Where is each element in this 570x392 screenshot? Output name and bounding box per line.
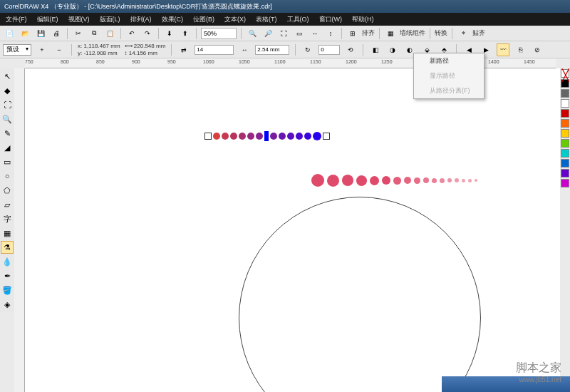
- zoom-level-input[interactable]: [201, 28, 237, 39]
- save-icon[interactable]: 💾: [34, 27, 47, 40]
- blend-angle-input[interactable]: [318, 45, 340, 55]
- no-fill-swatch[interactable]: ╳: [561, 69, 569, 78]
- menu-arrange[interactable]: 排列(A): [130, 15, 152, 24]
- circle-path[interactable]: [239, 197, 481, 392]
- interactive-blend-tool-icon[interactable]: ⚗: [1, 241, 14, 254]
- blend-midpoint-handle[interactable]: [264, 131, 269, 141]
- blend-spacing-input[interactable]: [255, 45, 289, 55]
- snap-icon[interactable]: ⊞: [346, 27, 359, 40]
- align-label[interactable]: 排齐: [362, 29, 375, 38]
- menu-tools[interactable]: 工具(O): [287, 15, 309, 24]
- menu-help[interactable]: 帮助(H): [352, 15, 374, 24]
- menu-view[interactable]: 视图(V): [68, 15, 90, 24]
- separator: [67, 28, 68, 39]
- new-icon[interactable]: 📄: [3, 27, 16, 40]
- color-swatch[interactable]: [561, 99, 569, 108]
- canvas[interactable]: [25, 68, 560, 392]
- print-icon[interactable]: 🖨: [50, 27, 63, 40]
- clear-blend-icon[interactable]: ⊘: [531, 43, 544, 56]
- blend-step: [356, 175, 367, 186]
- interactive-fill-icon[interactable]: ◈: [1, 298, 14, 311]
- open-icon[interactable]: 📂: [19, 27, 31, 40]
- h-value: 14.156 mm: [129, 50, 157, 56]
- ellipse-tool-icon[interactable]: ○: [1, 170, 14, 182]
- zoom-page-icon[interactable]: ▭: [293, 27, 306, 40]
- crop-tool-icon[interactable]: ⛶: [1, 98, 14, 111]
- color-swatch[interactable]: [561, 109, 569, 118]
- blend-step: [432, 178, 437, 183]
- export-icon[interactable]: ⬆: [179, 27, 192, 40]
- menu-table[interactable]: 表格(T): [256, 15, 277, 24]
- polygon-tool-icon[interactable]: ⬠: [1, 184, 14, 197]
- color-palette: ╳: [560, 68, 570, 188]
- menu-edit[interactable]: 编辑(E): [37, 15, 58, 24]
- copy-icon[interactable]: ⧉: [88, 27, 100, 40]
- size-readout: ⟷ 220.548 mm ↕ 14.156 mm: [125, 43, 166, 57]
- menu-bar: 文件(F) 编辑(E) 视图(V) 版面(L) 排列(A) 效果(C) 位图(B…: [0, 13, 570, 26]
- color-swatch[interactable]: [561, 169, 569, 177]
- clockwise-blend-icon[interactable]: ◑: [386, 43, 399, 56]
- convert-label[interactable]: 转换: [435, 29, 447, 38]
- eyedropper-tool-icon[interactable]: 💧: [1, 255, 14, 268]
- outline-tool-icon[interactable]: ✒: [1, 269, 14, 282]
- color-swatch[interactable]: [561, 119, 569, 128]
- zoom-height-icon[interactable]: ↕: [324, 27, 337, 40]
- add-preset-icon[interactable]: +: [36, 43, 48, 56]
- zoom-tool-icon[interactable]: 🔍: [1, 113, 14, 125]
- blend-step: [230, 133, 237, 140]
- freehand-tool-icon[interactable]: ✎: [1, 127, 14, 140]
- menu-text[interactable]: 文本(X): [224, 15, 246, 24]
- zoom-fit-icon[interactable]: ⛶: [277, 27, 290, 40]
- blend-direction-icon[interactable]: ↻: [301, 43, 314, 56]
- table-tool-icon[interactable]: ▦: [1, 227, 14, 239]
- basic-shapes-icon[interactable]: ▱: [1, 198, 14, 211]
- blend-step: [440, 178, 445, 183]
- path-properties-icon[interactable]: 〰: [497, 43, 509, 56]
- import-icon[interactable]: ⬇: [163, 27, 176, 40]
- selection-handle[interactable]: [323, 133, 330, 140]
- menu-new-path[interactable]: 新路径: [414, 53, 484, 68]
- dockers-label[interactable]: 墙纸组件: [400, 29, 425, 38]
- text-tool-icon[interactable]: 字: [1, 212, 14, 225]
- cut-icon[interactable]: ✂: [72, 27, 85, 40]
- snap-to-icon[interactable]: ⌖: [457, 27, 470, 40]
- blend-step: [475, 179, 477, 182]
- zoom-out-icon[interactable]: 🔎: [261, 27, 274, 40]
- selected-blend-group[interactable]: [204, 131, 330, 141]
- color-swatch[interactable]: [561, 159, 569, 167]
- pick-tool-icon[interactable]: ↖: [1, 70, 14, 83]
- menu-bitmaps[interactable]: 位图(B): [193, 15, 214, 24]
- redo-icon[interactable]: ↷: [141, 27, 154, 40]
- blend-step: [414, 177, 420, 184]
- blend-step: [296, 133, 303, 140]
- color-swatch[interactable]: [561, 179, 569, 187]
- blend-steps-input[interactable]: [195, 45, 234, 55]
- menu-file[interactable]: 文件(F): [6, 15, 27, 24]
- preset-dropdown[interactable]: 预设: [3, 44, 31, 56]
- menu-window[interactable]: 窗口(W): [319, 15, 343, 24]
- copy-blend-icon[interactable]: ⎘: [514, 43, 527, 56]
- dockers-icon[interactable]: ▦: [384, 27, 397, 40]
- color-swatch[interactable]: [561, 149, 569, 158]
- zoom-in-icon[interactable]: 🔍: [246, 27, 259, 40]
- smart-fill-icon[interactable]: ◢: [1, 141, 14, 154]
- shape-tool-icon[interactable]: ◆: [1, 84, 14, 97]
- selection-handle[interactable]: [204, 133, 212, 140]
- separator: [452, 28, 452, 39]
- remove-preset-icon[interactable]: −: [53, 43, 66, 56]
- color-swatch[interactable]: [561, 139, 569, 148]
- rectangle-tool-icon[interactable]: ▭: [1, 155, 14, 168]
- paste-icon[interactable]: 📋: [103, 27, 116, 40]
- loop-icon[interactable]: ⟲: [344, 43, 357, 56]
- direct-blend-icon[interactable]: ◧: [369, 43, 382, 56]
- y-value: -112.908 mm: [83, 50, 117, 56]
- zoom-width-icon[interactable]: ↔: [309, 27, 321, 40]
- fill-tool-icon[interactable]: 🪣: [1, 284, 14, 296]
- undo-icon[interactable]: ↶: [125, 27, 138, 40]
- color-swatch[interactable]: [561, 89, 569, 98]
- menu-effects[interactable]: 效果(C): [162, 15, 184, 24]
- menu-layout[interactable]: 版面(L): [100, 15, 120, 24]
- color-swatch[interactable]: [561, 129, 569, 138]
- snap-label[interactable]: 贴齐: [472, 29, 485, 38]
- blend-step: [462, 179, 465, 182]
